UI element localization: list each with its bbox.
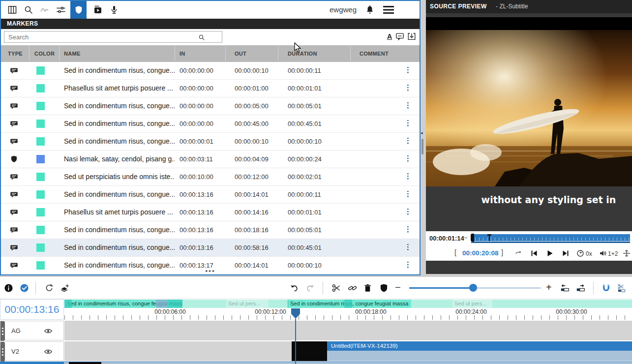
marker-row-menu-button[interactable]: ⋮ xyxy=(404,225,412,234)
marker-color-swatch[interactable] xyxy=(36,226,45,234)
col-type[interactable]: TYPE xyxy=(8,45,23,62)
marker-row-menu-button[interactable]: ⋮ xyxy=(404,189,412,198)
marker-row-menu-button[interactable]: ⋮ xyxy=(404,101,412,110)
search-input[interactable] xyxy=(4,31,222,43)
col-color[interactable]: COLOR xyxy=(34,45,55,62)
video-frame[interactable] xyxy=(426,30,632,186)
search-icon[interactable] xyxy=(198,34,205,41)
undo-icon[interactable] xyxy=(290,283,299,293)
marker-row-menu-button[interactable]: ⋮ xyxy=(404,136,412,145)
marker-row[interactable]: Nasi lemak, satay, cendol, pisang g... 0… xyxy=(1,151,420,168)
subtitle-clip-strip[interactable]: Sed in condimentum risus, congue feugiat… xyxy=(64,300,632,308)
next-frame-icon[interactable] xyxy=(562,249,570,257)
collapse-panel-arrow[interactable]: ◂ xyxy=(421,129,425,136)
snap-magnet-icon[interactable] xyxy=(602,283,611,293)
pan-tool-icon[interactable] xyxy=(623,249,631,257)
track-visibility-eye-icon[interactable] xyxy=(44,327,53,335)
link-icon[interactable] xyxy=(348,283,357,293)
mark-in-button[interactable]: [ xyxy=(454,248,456,256)
menu-icon[interactable] xyxy=(383,5,394,14)
marker-row-menu-button[interactable]: ⋮ xyxy=(404,243,412,251)
microphone-icon[interactable] xyxy=(109,5,119,15)
approve-check-icon[interactable] xyxy=(20,283,29,293)
col-out[interactable]: OUT xyxy=(235,45,246,62)
marker-row[interactable]: Phasellus sit amet turpis posuere ... 00… xyxy=(1,204,420,221)
redo-icon[interactable] xyxy=(305,283,315,293)
player-export-icon[interactable] xyxy=(93,5,103,15)
add-layer-icon[interactable] xyxy=(60,283,69,293)
audio-channels-icon[interactable] xyxy=(599,249,607,257)
scrubber-in-cap[interactable] xyxy=(471,234,474,242)
marker-color-swatch[interactable] xyxy=(36,120,45,128)
track-header[interactable]: V2 xyxy=(0,341,64,361)
zoom-out-button[interactable]: − xyxy=(395,281,401,293)
marker-row[interactable]: Phasellus sit amet turpis posuere ... 00… xyxy=(1,80,420,97)
marker-color-swatch[interactable] xyxy=(36,190,45,199)
marker-row-menu-button[interactable]: ⋮ xyxy=(404,154,412,163)
notifications-bell-icon[interactable] xyxy=(365,5,374,15)
preview-scrubber[interactable] xyxy=(471,234,630,241)
marker-row[interactable]: Sed in condimentum risus, congue... 00:0… xyxy=(1,97,420,115)
marker-row-menu-button[interactable]: ⋮ xyxy=(404,65,412,74)
mark-out-button[interactable]: ] xyxy=(501,248,503,256)
marker-color-swatch[interactable] xyxy=(36,243,45,252)
play-icon[interactable] xyxy=(546,249,554,257)
subtitle-clip[interactable]: Sed ut pers... xyxy=(226,300,269,308)
marker-color-swatch[interactable] xyxy=(36,173,45,181)
info-icon[interactable] xyxy=(4,283,13,293)
marker-row-menu-button[interactable]: ⋮ xyxy=(404,83,412,92)
marker-row-menu-button[interactable]: ⋮ xyxy=(404,119,412,127)
preview-current-timecode[interactable]: 00:00:01:14 xyxy=(429,235,464,242)
track-lane[interactable]: Untitled(ITEM-VX-142139) xyxy=(64,341,632,361)
filters-icon[interactable] xyxy=(56,5,66,15)
marker-color-swatch[interactable] xyxy=(36,66,45,75)
cut-icon[interactable] xyxy=(331,283,341,293)
marker-row-menu-button[interactable]: ⋮ xyxy=(404,260,412,269)
timeline-timecode[interactable]: 00:00:13:16 xyxy=(0,299,64,320)
mark-timecode[interactable]: 00:00:20:08 xyxy=(462,249,499,257)
delete-icon[interactable] xyxy=(363,283,372,293)
media-browser-icon[interactable] xyxy=(7,5,17,15)
marker-row[interactable]: Sed in condimentum risus, congue... 00:0… xyxy=(1,221,420,239)
track-lane[interactable] xyxy=(64,321,632,340)
horizontal-scrollbar[interactable] xyxy=(0,362,632,364)
track-drag-handle[interactable] xyxy=(0,342,5,362)
playback-speed-icon[interactable] xyxy=(576,249,584,257)
marker-row[interactable]: Sed in condimentum risus, congue... 00:0… xyxy=(1,186,420,204)
search-icon[interactable] xyxy=(24,5,33,15)
effects-icon[interactable] xyxy=(40,5,50,15)
marker-color-swatch[interactable] xyxy=(36,102,45,110)
track-visibility-eye-icon[interactable] xyxy=(44,347,53,356)
marker-color-swatch[interactable] xyxy=(36,137,45,146)
marker-row-menu-button[interactable]: ⋮ xyxy=(404,172,412,181)
auto-cut-icon[interactable] xyxy=(617,283,626,293)
marker-color-swatch[interactable] xyxy=(36,208,45,216)
marker-row[interactable]: Sed in condimentum risus, congue... 00:0… xyxy=(1,239,420,257)
loop-icon[interactable] xyxy=(514,249,522,257)
export-markers-icon[interactable] xyxy=(407,32,416,41)
marker-row[interactable]: Sed in condimentum risus, congue... 00:0… xyxy=(1,133,420,151)
panel-resize-handle[interactable]: ••• xyxy=(1,269,420,273)
marker-color-swatch[interactable] xyxy=(36,84,45,92)
chevron-down-icon[interactable] xyxy=(463,235,468,240)
marker-row[interactable]: Sed ut perspiciatis unde omnis iste... 0… xyxy=(1,168,420,186)
col-in[interactable]: IN xyxy=(180,45,185,62)
ripple-left-icon[interactable] xyxy=(560,283,570,293)
zoom-slider[interactable] xyxy=(409,287,541,289)
track-header[interactable]: AG xyxy=(0,321,64,340)
markers-tool-button[interactable] xyxy=(70,1,87,19)
refresh-icon[interactable] xyxy=(45,283,54,293)
vertical-scrollbar[interactable] xyxy=(421,139,423,154)
add-marker-icon[interactable] xyxy=(379,283,389,293)
subtitle-clip[interactable]: Sed ut pers... xyxy=(452,300,492,308)
col-comment[interactable]: COMMENT xyxy=(360,45,389,62)
zoom-in-button[interactable]: + xyxy=(546,281,552,293)
timeline-ruler[interactable]: 00:00:06:0000:00:12:0000:00:18:0000:00:2… xyxy=(64,308,632,320)
marker-row[interactable]: Sed in condimentum risus, congue... 00:0… xyxy=(1,62,420,80)
col-duration[interactable]: DURATION xyxy=(288,45,317,62)
video-clip[interactable]: Untitled(ITEM-VX-142139) xyxy=(292,341,632,361)
col-name[interactable]: NAME xyxy=(64,45,81,62)
previous-frame-icon[interactable] xyxy=(530,249,538,257)
comment-toggle-icon[interactable] xyxy=(395,32,404,41)
scrubber-playhead[interactable] xyxy=(489,234,490,241)
